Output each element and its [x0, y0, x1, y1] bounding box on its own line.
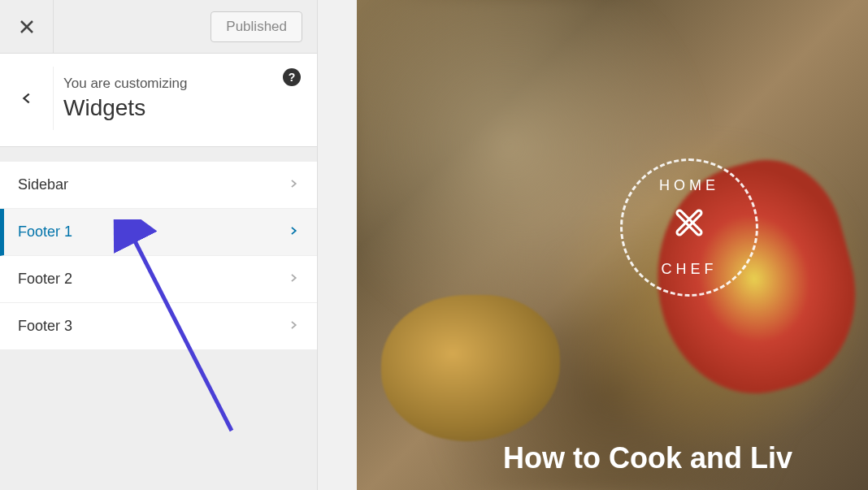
back-button[interactable] — [0, 67, 54, 130]
spacer — [0, 147, 317, 162]
section-labels: You are customizing Widgets — [63, 76, 301, 121]
close-button[interactable] — [0, 0, 54, 54]
customizer-sidebar: Published You are customizing Widgets ? … — [0, 0, 318, 490]
widget-item-label: Footer 3 — [18, 318, 72, 335]
section-header: You are customizing Widgets ? — [0, 54, 317, 147]
widget-item-label: Footer 1 — [18, 223, 72, 241]
widget-list: Sidebar Footer 1 Footer 2 Footer 3 — [0, 162, 317, 350]
hero-title: How to Cook and Liv — [503, 441, 792, 475]
chevron-right-icon — [288, 176, 299, 193]
top-bar: Published — [0, 0, 317, 54]
widget-item-sidebar[interactable]: Sidebar — [0, 162, 317, 209]
widget-item-footer-1[interactable]: Footer 1 — [0, 209, 317, 256]
logo-circle: HOME CHEF — [620, 158, 758, 297]
customizing-label: You are customizing — [63, 76, 301, 92]
chevron-right-icon — [288, 271, 299, 288]
widget-item-label: Footer 2 — [18, 271, 72, 288]
site-preview: HOME CHEF How to Cook and Liv — [357, 0, 868, 490]
widget-item-label: Sidebar — [18, 176, 68, 193]
close-icon — [19, 19, 35, 35]
chevron-right-icon — [288, 223, 299, 241]
logo-text-top: HOME — [659, 177, 719, 194]
section-title: Widgets — [63, 95, 301, 121]
svg-rect-3 — [676, 210, 703, 236]
help-icon: ? — [289, 71, 296, 84]
logo-text-bottom: CHEF — [662, 261, 718, 278]
publish-button[interactable]: Published — [210, 11, 302, 42]
svg-rect-2 — [676, 210, 703, 236]
chevron-right-icon — [288, 318, 299, 335]
site-logo: HOME CHEF — [608, 146, 770, 309]
widget-item-footer-3[interactable]: Footer 3 — [0, 303, 317, 350]
help-button[interactable]: ? — [283, 68, 301, 86]
widget-item-footer-2[interactable]: Footer 2 — [0, 256, 317, 303]
chevron-left-icon — [20, 91, 34, 106]
logo-utensils-icon — [665, 198, 714, 257]
